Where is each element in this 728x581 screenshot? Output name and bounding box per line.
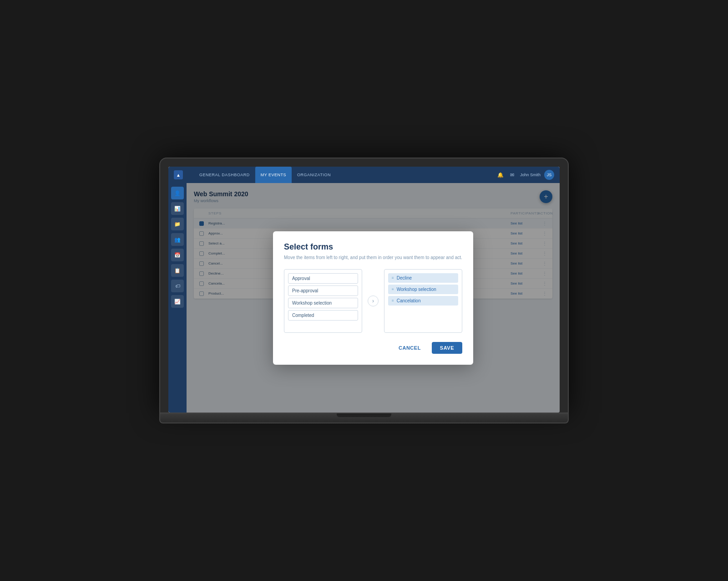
drag-handle-icon: ≡ xyxy=(392,299,394,303)
mail-icon[interactable]: ✉ xyxy=(508,171,516,179)
right-item-label: Cancelation xyxy=(397,298,421,303)
sidebar-item-group[interactable]: 👥 xyxy=(171,233,184,246)
logo-icon: ▲ xyxy=(174,170,183,179)
dialog-actions: CANCEL SAVE xyxy=(284,342,462,354)
nav-tab-dashboard[interactable]: GENERAL DASHBOARD xyxy=(194,167,255,183)
top-nav: ▲ GENERAL DASHBOARD MY EVENTS ORGANIZATI… xyxy=(168,167,560,183)
right-item-workshop[interactable]: ≡ Workshop selection xyxy=(388,285,458,294)
select-forms-dialog: Select forms Move the items from left to… xyxy=(273,231,473,365)
screen-bezel: ▲ GENERAL DASHBOARD MY EVENTS ORGANIZATI… xyxy=(159,158,569,413)
laptop: ▲ GENERAL DASHBOARD MY EVENTS ORGANIZATI… xyxy=(159,158,569,423)
list-item-preapproval[interactable]: Pre-approval xyxy=(288,285,358,296)
right-item-label: Decline xyxy=(397,275,412,280)
left-panel: Approval Pre-approval Workshop selection… xyxy=(284,269,362,333)
avatar: JS xyxy=(544,170,554,180)
list-item-approval[interactable]: Approval xyxy=(288,273,358,284)
sidebar-item-folder[interactable]: 📁 xyxy=(171,218,184,230)
app-screen: ▲ GENERAL DASHBOARD MY EVENTS ORGANIZATI… xyxy=(168,167,560,413)
dialog-description: Move the items from left to right, and p… xyxy=(284,255,462,261)
nav-tab-events[interactable]: MY EVENTS xyxy=(255,167,292,183)
nav-user-label: John Smith xyxy=(520,173,541,177)
transfer-arrow-button[interactable]: › xyxy=(368,296,379,306)
content-area: 👤 📊 📁 👥 📅 📋 🏷 📈 Web Summit 2020 My workf… xyxy=(168,183,560,413)
modal-overlay: Select forms Move the items from left to… xyxy=(187,183,560,413)
sidebar-item-chart[interactable]: 📊 xyxy=(171,202,184,215)
drag-handle-icon: ≡ xyxy=(392,276,394,280)
cancel-button[interactable]: CANCEL xyxy=(393,342,426,353)
save-button[interactable]: SAVE xyxy=(432,342,462,354)
list-item-workshop[interactable]: Workshop selection xyxy=(288,298,358,308)
right-item-cancelation[interactable]: ≡ Cancelation xyxy=(388,296,458,306)
nav-tabs: GENERAL DASHBOARD MY EVENTS ORGANIZATION xyxy=(194,167,489,183)
right-panel: ≡ Decline ≡ Workshop selection xyxy=(384,269,462,333)
dialog-body: Approval Pre-approval Workshop selection… xyxy=(284,269,462,333)
laptop-base xyxy=(159,413,569,423)
right-item-label: Workshop selection xyxy=(397,287,436,292)
sidebar-item-chart2[interactable]: 📈 xyxy=(171,295,184,308)
right-item-decline[interactable]: ≡ Decline xyxy=(388,273,458,283)
nav-tab-organization[interactable]: ORGANIZATION xyxy=(292,167,336,183)
sidebar-item-calendar[interactable]: 📅 xyxy=(171,249,184,261)
sidebar-item-tag[interactable]: 🏷 xyxy=(171,280,184,292)
drag-handle-icon: ≡ xyxy=(392,287,394,291)
sidebar-item-user[interactable]: 👤 xyxy=(171,187,184,199)
laptop-screen: ▲ GENERAL DASHBOARD MY EVENTS ORGANIZATI… xyxy=(168,167,560,413)
sidebar-item-clipboard[interactable]: 📋 xyxy=(171,264,184,277)
sidebar: 👤 📊 📁 👥 📅 📋 🏷 📈 xyxy=(168,183,187,413)
list-item-completed[interactable]: Completed xyxy=(288,310,358,321)
nav-logo: ▲ xyxy=(174,170,183,179)
main-content: Web Summit 2020 My workflows + Steps Par… xyxy=(187,183,560,413)
nav-right: 🔔 ✉ John Smith JS xyxy=(496,170,554,180)
dialog-title: Select forms xyxy=(284,242,462,252)
bell-icon[interactable]: 🔔 xyxy=(496,171,505,179)
